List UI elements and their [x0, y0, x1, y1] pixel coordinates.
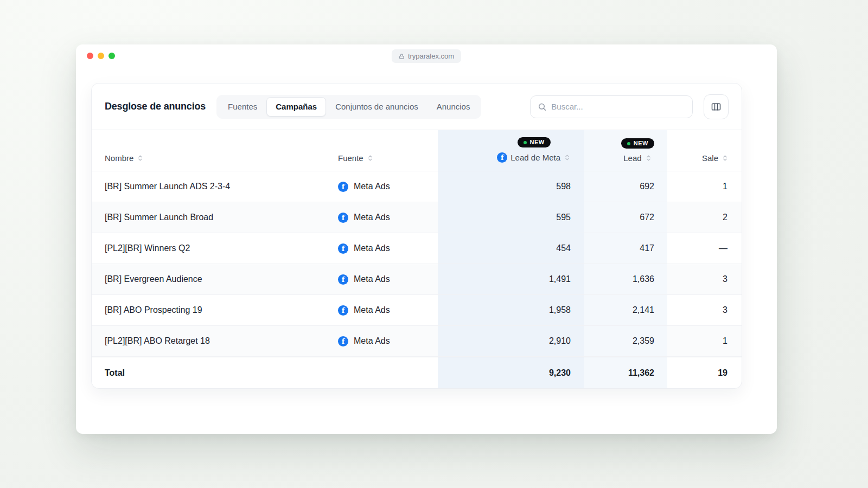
sort-icon[interactable]: [367, 155, 374, 162]
tab-campanas[interactable]: Campañas: [266, 97, 326, 117]
lead-cell: 417: [584, 233, 667, 264]
lead-cell: 2,359: [584, 326, 667, 356]
table-row[interactable]: [PL2][BR] ABO Retarget 18 f Meta Ads 2,9…: [92, 326, 742, 357]
table-row[interactable]: [BR] Evergreen Audience f Meta Ads 1,491…: [92, 264, 742, 295]
campaign-name: [PL2][BR] Winners Q2: [105, 243, 190, 253]
total-sale-cell: 19: [667, 357, 729, 388]
total-lead-cell: 11,362: [584, 357, 667, 388]
lead-meta-value: 1,958: [549, 305, 571, 315]
header-sale[interactable]: Sale: [667, 130, 729, 171]
search-icon: [538, 102, 546, 112]
lead-meta-cell: 598: [438, 171, 584, 202]
tab-anuncios[interactable]: Anuncios: [427, 97, 480, 117]
lead-meta-cell: 1,491: [438, 264, 584, 294]
source-label: Meta Ads: [354, 336, 390, 346]
header-nombre[interactable]: Nombre: [105, 130, 338, 171]
lead-meta-value: 598: [556, 182, 571, 191]
search-input[interactable]: [551, 102, 685, 111]
sale-cell: 1: [667, 171, 729, 202]
table-row[interactable]: [BR] Summer Launch ADS 2-3-4 f Meta Ads …: [92, 171, 742, 202]
tab-conjuntos-de-anuncios[interactable]: Conjuntos de anuncios: [326, 97, 427, 117]
page-title: Desglose de anuncios: [105, 101, 206, 112]
badge-dot-icon: [524, 141, 527, 144]
campaign-name: [BR] Summer Launch ADS 2-3-4: [105, 182, 230, 191]
lead-cell: 2,141: [584, 295, 667, 325]
minimize-window-button[interactable]: [98, 53, 104, 59]
source-cell: f Meta Ads: [338, 202, 438, 233]
campaign-name-cell: [BR] Summer Launch ADS 2-3-4: [105, 171, 338, 202]
columns-icon: [711, 101, 722, 112]
campaign-name: [BR] Evergreen Audience: [105, 274, 202, 284]
search-box[interactable]: [530, 95, 693, 118]
source-cell: f Meta Ads: [338, 295, 438, 325]
source-label: Meta Ads: [354, 305, 390, 315]
sale-value: 2: [723, 213, 727, 222]
new-badge-label: NEW: [634, 140, 648, 146]
sale-value: 1: [723, 182, 727, 191]
campaign-name: [BR] ABO Prospecting 19: [105, 305, 202, 315]
total-lead-value: 11,362: [628, 368, 654, 378]
campaign-name-cell: [BR] Evergreen Audience: [105, 264, 338, 294]
total-label-cell: Total: [105, 357, 338, 388]
address-bar[interactable]: tryparalex.com: [392, 49, 461, 63]
sort-icon[interactable]: [722, 155, 729, 162]
new-badge: NEW: [621, 138, 654, 149]
lead-meta-cell: 1,958: [438, 295, 584, 325]
tab-group: Fuentes Campañas Conjuntos de anuncios A…: [216, 95, 481, 119]
new-badge: NEW: [518, 137, 551, 147]
table-row[interactable]: [BR] Summer Launch Broad f Meta Ads 595 …: [92, 202, 742, 233]
sort-icon[interactable]: [564, 154, 571, 161]
header-fuente[interactable]: Fuente: [338, 130, 438, 171]
campaign-name: [PL2][BR] ABO Retarget 18: [105, 336, 210, 346]
tab-fuentes[interactable]: Fuentes: [219, 97, 266, 117]
campaign-name: [BR] Summer Launch Broad: [105, 213, 213, 222]
total-source-cell: [338, 357, 438, 388]
sort-icon[interactable]: [645, 155, 652, 162]
campaign-name-cell: [BR] Summer Launch Broad: [105, 202, 338, 233]
lock-icon: [399, 53, 405, 60]
lead-value: 2,141: [633, 305, 654, 315]
sort-icon[interactable]: [137, 155, 144, 162]
header-lead-de-meta[interactable]: NEW f Lead de Meta: [438, 130, 584, 171]
zoom-window-button[interactable]: [108, 53, 115, 59]
badge-dot-icon: [627, 142, 630, 145]
lead-meta-value: 1,491: [549, 274, 571, 284]
source-cell: f Meta Ads: [338, 233, 438, 264]
browser-window: tryparalex.com Desglose de anuncios Fuen…: [76, 44, 777, 434]
facebook-icon: f: [338, 213, 348, 223]
table-header-row: Nombre Fuente NEW: [92, 130, 742, 171]
lead-meta-cell: 454: [438, 233, 584, 264]
facebook-icon: f: [338, 305, 348, 316]
table-row[interactable]: [PL2][BR] Winners Q2 f Meta Ads 454 417 …: [92, 233, 742, 264]
sale-value: 3: [723, 305, 727, 315]
total-sale-value: 19: [718, 368, 727, 378]
header-nombre-label: Nombre: [105, 153, 133, 163]
new-badge-label: NEW: [530, 139, 545, 145]
panel-header: Desglose de anuncios Fuentes Campañas Co…: [92, 84, 742, 130]
sale-cell: 2: [667, 202, 729, 233]
close-window-button[interactable]: [87, 53, 93, 59]
table-body: [BR] Summer Launch ADS 2-3-4 f Meta Ads …: [92, 171, 742, 357]
table-total-row: Total 9,230 11,362 19: [92, 357, 742, 388]
lead-meta-cell: 595: [438, 202, 584, 233]
facebook-icon: f: [338, 243, 348, 254]
source-label: Meta Ads: [354, 243, 390, 253]
sale-cell: 3: [667, 264, 729, 294]
lead-meta-value: 595: [556, 213, 571, 222]
header-lead[interactable]: NEW Lead: [584, 130, 667, 171]
lead-value: 692: [640, 182, 654, 191]
table-row[interactable]: [BR] ABO Prospecting 19 f Meta Ads 1,958…: [92, 295, 742, 326]
lead-meta-cell: 2,910: [438, 326, 584, 356]
lead-value: 672: [640, 213, 654, 222]
sale-cell: —: [667, 233, 729, 264]
header-lead-de-meta-label: Lead de Meta: [510, 153, 560, 162]
campaign-name-cell: [PL2][BR] Winners Q2: [105, 233, 338, 264]
lead-value: 2,359: [633, 336, 654, 346]
ads-breakdown-panel: Desglose de anuncios Fuentes Campañas Co…: [91, 83, 742, 389]
column-settings-button[interactable]: [704, 94, 729, 119]
source-cell: f Meta Ads: [338, 171, 438, 202]
sale-value: 3: [723, 274, 727, 284]
total-lead-meta-cell: 9,230: [438, 357, 584, 388]
traffic-lights: [87, 53, 115, 59]
facebook-icon: f: [338, 182, 348, 192]
